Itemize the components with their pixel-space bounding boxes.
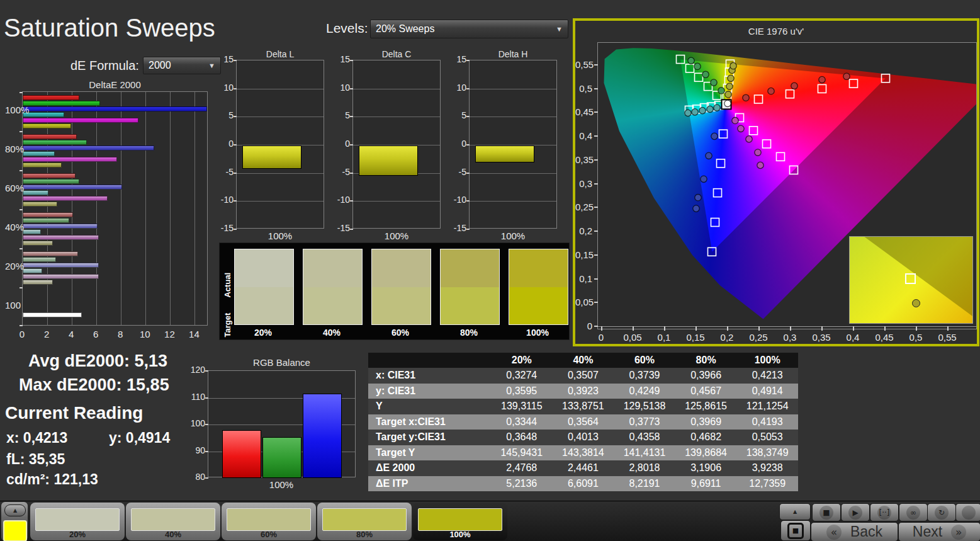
range-button[interactable]: [··]: [870, 503, 899, 521]
infinity-button[interactable]: ∞: [899, 503, 928, 521]
delta-tick: [466, 60, 470, 61]
up-arrow-icon: ▲: [13, 508, 17, 513]
deltae-bar-20%: [23, 263, 99, 268]
delta-y-tick-label: -15: [335, 223, 350, 233]
delta-y-tick-label: -15: [219, 223, 234, 233]
table-cell: 0,4193: [736, 416, 798, 428]
deltae-x-tick-label: 10: [140, 329, 150, 339]
current-cdm2-readout: cd/m²: 121,13: [6, 471, 98, 488]
play-button[interactable]: ▶: [841, 503, 870, 521]
repeat-button[interactable]: ↻: [927, 503, 956, 521]
cie-measured-point: [699, 107, 706, 113]
table-cell: 8,2191: [614, 478, 675, 489]
table-cell: 0,3966: [675, 370, 737, 381]
table-cell: 139,8684: [675, 447, 737, 458]
rgb-tick: [205, 397, 208, 399]
delta-y-tick-label: 0: [452, 139, 466, 149]
swatch-target-color: [441, 287, 499, 325]
deltae-bar-60%: [23, 173, 76, 178]
delta-gridline: [470, 201, 556, 202]
swatch-label: 20%: [254, 327, 272, 338]
table-cell: 2,8018: [614, 462, 675, 474]
cie-measured-point: [757, 162, 763, 168]
pattern-window-button[interactable]: ■: [780, 520, 811, 541]
deltae-bar-100%: [23, 95, 79, 100]
back-button[interactable]: « Back: [811, 522, 898, 541]
record-button[interactable]: [955, 503, 980, 521]
rgb-bar-green: [262, 437, 301, 478]
table-row: ΔE ITP5,21366,60918,21919,691112,7359: [368, 476, 798, 492]
cie-target-point: [677, 55, 685, 64]
deltae-bar-40%: [23, 241, 53, 246]
levels-dropdown[interactable]: 20% Sweeps ▼: [370, 20, 568, 38]
table-row-label: Y: [368, 401, 491, 412]
cie-zoom-inset: [849, 236, 973, 324]
osd-up-button[interactable]: ▲: [4, 504, 26, 516]
delta-y-tick-label: -10: [335, 195, 350, 205]
record-icon: [962, 506, 976, 520]
delta-y-tick-label: 15: [452, 54, 466, 64]
table-header-row: 20%40%60%80%100%: [368, 353, 798, 368]
delta-gridline: [470, 173, 556, 174]
deltae-x-tick-label: 0: [20, 329, 25, 339]
cie-x-tick-label: 0: [599, 332, 604, 343]
next-button[interactable]: Next »: [898, 522, 980, 541]
table-row-label: ΔE ITP: [368, 478, 491, 489]
table-cell: 141,4131: [614, 447, 675, 458]
calibration-app-window: Saturation Sweeps Levels: 20% Sweeps ▼ d…: [0, 0, 980, 541]
delta-tick: [350, 173, 353, 174]
deltae-group-label: 20%: [5, 261, 20, 271]
deltae-group: [23, 134, 207, 168]
delta-y-tick-label: -5: [335, 167, 350, 177]
delta-tick: [350, 144, 353, 145]
deltae-group: [23, 95, 207, 129]
swatch-20%: [234, 249, 294, 325]
cie-y-tick: [594, 302, 598, 303]
cie-x-tick: [884, 326, 886, 331]
deltae-bar-100%: [23, 118, 138, 123]
cie-measured-point: [702, 71, 709, 77]
pattern-patch-button-60%[interactable]: 60%: [222, 503, 316, 540]
stop-button[interactable]: ■: [812, 503, 841, 521]
swatch-label: 100%: [526, 327, 549, 338]
rgb-y-tick-label: 90: [189, 445, 205, 455]
deltae-group: [23, 173, 207, 207]
table-cell: 139,3115: [491, 401, 553, 412]
delta-gridline: [353, 117, 440, 117]
pattern-patch-button-100%[interactable]: 100%: [413, 503, 507, 540]
delta-y-tick-label: 5: [452, 110, 466, 120]
delta-y-tick-label: -5: [219, 167, 234, 177]
infinity-icon: ∞: [906, 506, 920, 520]
table-row-label: Target x:CIE31: [368, 416, 491, 428]
bottom-pattern-bar: ▲ 20%40%60%80%100% ▲ ■ ■▶[··]∞↻ « Back N…: [0, 501, 980, 541]
rgb-y-tick-label: 110: [189, 392, 205, 402]
stop-icon: ■: [819, 506, 833, 520]
panel-up-button[interactable]: ▲: [779, 503, 811, 520]
delta-plot-area: [236, 60, 324, 229]
deltae-bar-60%: [23, 202, 57, 207]
table-cell: 9,6911: [675, 478, 737, 489]
chevron-left-icon: «: [826, 525, 842, 540]
deltae-bar-20%: [23, 257, 56, 262]
cie-measured-point: [738, 125, 744, 132]
deltae-bar-80%: [23, 134, 77, 139]
deltae-bar-40%: [23, 212, 73, 217]
delta-plot-area: [469, 60, 557, 229]
cie-measured-point: [843, 73, 850, 79]
patch-color-chip: [418, 508, 502, 531]
delta-gridline: [237, 89, 324, 89]
delta-value-bar: [475, 145, 534, 162]
table-header-cell: 60%: [614, 355, 675, 366]
patch-color-chip: [227, 508, 311, 531]
delta-gridline: [237, 173, 324, 174]
de-formula-dropdown[interactable]: 2000 ▼: [143, 57, 221, 74]
cie-x-tick: [758, 326, 760, 331]
pattern-patch-button-20%[interactable]: 20%: [30, 503, 125, 540]
levels-label: Levels:: [326, 21, 368, 36]
cie-measured-point: [695, 195, 701, 201]
patch-label: 100%: [413, 530, 507, 539]
pattern-patch-button-40%[interactable]: 40%: [126, 503, 220, 540]
pattern-patch-button-80%[interactable]: 80%: [317, 503, 412, 540]
rgb-y-tick-label: 100: [189, 418, 205, 428]
cie-y-tick: [594, 231, 598, 232]
